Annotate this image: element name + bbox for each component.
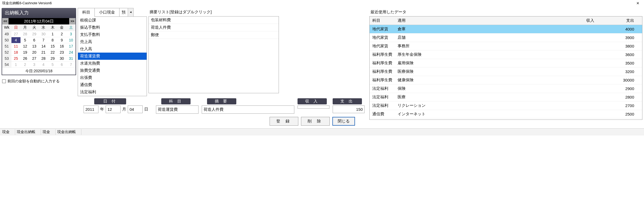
table-row[interactable]: 福利厚生費医療保険3200: [370, 67, 642, 76]
table-row[interactable]: 法定福利医療2800: [370, 93, 642, 101]
summary-input[interactable]: 荷造人件費: [202, 105, 294, 114]
tab-subject[interactable]: 科目: [78, 8, 95, 17]
subject-item[interactable]: 水道光熱費: [78, 60, 147, 67]
cal-day[interactable]: 29: [48, 56, 57, 62]
checkbox-icon[interactable]: [2, 79, 6, 83]
subject-item[interactable]: 支払手数料: [78, 31, 147, 38]
day-input[interactable]: 04: [128, 105, 143, 113]
cal-day[interactable]: 4: [11, 37, 21, 43]
recent-h-apply[interactable]: 適用: [395, 16, 584, 25]
cal-day[interactable]: 21: [39, 49, 48, 56]
income-input[interactable]: [298, 105, 329, 109]
recent-h-expense[interactable]: 支出: [610, 16, 637, 25]
table-row[interactable]: 法定福利保険2900: [370, 84, 642, 93]
cal-day[interactable]: 14: [39, 43, 48, 49]
panel-title: 出納帳入力: [2, 8, 76, 18]
register-button[interactable]: 登 録: [270, 117, 298, 126]
recent-h-income[interactable]: 収入: [584, 16, 610, 25]
cal-day[interactable]: 6: [57, 62, 67, 68]
delete-button[interactable]: 削 除: [301, 117, 330, 126]
cal-dow: 日: [11, 24, 21, 31]
tab-deposit[interactable]: 預: [119, 8, 128, 17]
subject-item[interactable]: 振込手数料: [78, 24, 147, 31]
cal-day[interactable]: 30: [57, 56, 67, 62]
table-row[interactable]: 地代家賃店舗3900: [370, 33, 642, 42]
table-row[interactable]: 福利厚生費雇用保険3500: [370, 59, 642, 67]
table-row[interactable]: 地代家賃倉庫4000: [370, 25, 642, 33]
cal-day[interactable]: 27: [11, 31, 21, 37]
cal-day[interactable]: 18: [11, 49, 21, 56]
cal-day[interactable]: 2: [57, 31, 67, 37]
cal-day[interactable]: 3: [30, 62, 39, 68]
cal-day[interactable]: 11: [11, 43, 21, 49]
expense-input[interactable]: 150: [333, 105, 365, 113]
cal-day[interactable]: 15: [48, 43, 57, 49]
cal-day[interactable]: 10: [67, 37, 76, 43]
cal-day[interactable]: 26: [20, 56, 30, 62]
table-row[interactable]: 地代家賃事務所3800: [370, 42, 642, 50]
cal-day[interactable]: 2: [20, 62, 30, 68]
cal-next-icon[interactable]: >>: [69, 18, 76, 24]
cal-today[interactable]: 今日:2020/01/18: [2, 68, 76, 75]
month-input[interactable]: 12: [106, 105, 121, 113]
summary-item[interactable]: 荷造人件費: [149, 24, 279, 31]
subject-item[interactable]: 仕入高: [78, 45, 147, 53]
cal-day[interactable]: 25: [11, 56, 21, 62]
table-row[interactable]: 法定福利リクレーション2700: [370, 101, 642, 110]
auto-amount-checkbox[interactable]: 前回の金額を自動的に入力する: [2, 78, 76, 85]
cal-day[interactable]: 19: [20, 49, 30, 56]
cal-day[interactable]: 5: [20, 37, 30, 43]
cal-day[interactable]: 20: [30, 49, 39, 56]
subject-input[interactable]: 荷造運賃費: [156, 105, 199, 114]
table-cell: [584, 93, 610, 101]
cal-day[interactable]: 7: [67, 62, 76, 68]
subject-item[interactable]: 旅費交通費: [78, 67, 147, 74]
subject-item[interactable]: 法定福利: [78, 88, 147, 96]
cal-day[interactable]: 23: [57, 49, 67, 56]
recent-h-subject[interactable]: 科目: [370, 16, 395, 25]
cal-day[interactable]: 28: [39, 56, 48, 62]
subject-item[interactable]: 出張費: [78, 74, 147, 81]
cal-day[interactable]: 8: [48, 37, 57, 43]
cal-day[interactable]: 13: [30, 43, 39, 49]
cal-day[interactable]: 3: [67, 31, 76, 37]
cal-prev-icon[interactable]: <<: [2, 18, 9, 24]
cal-day[interactable]: 24: [67, 49, 76, 56]
subject-item[interactable]: 売上高: [78, 38, 147, 45]
cal-day[interactable]: 30: [39, 31, 48, 37]
cal-day[interactable]: 5: [48, 62, 57, 68]
cal-day[interactable]: 27: [30, 56, 39, 62]
table-row[interactable]: 福利厚生費健康保険30000: [370, 76, 642, 84]
cal-day[interactable]: 1: [11, 62, 21, 68]
summary-item[interactable]: 包装材料費: [149, 16, 279, 24]
subject-item[interactable]: 租税公課: [78, 17, 147, 24]
tab-petty-cash[interactable]: 小口現金: [94, 8, 119, 17]
cal-day[interactable]: 29: [30, 31, 39, 37]
close-button[interactable]: 閉じる: [332, 117, 355, 126]
cal-day[interactable]: 6: [30, 37, 39, 43]
summary-item[interactable]: 郵便: [149, 31, 279, 39]
close-icon[interactable]: ×: [634, 1, 642, 6]
cal-day[interactable]: 28: [20, 31, 30, 37]
subject-list[interactable]: 租税公課振込手数料支払手数料売上高仕入高荷造運賃費水道光熱費旅費交通費出張費通信…: [78, 16, 147, 96]
cal-day[interactable]: 31: [67, 56, 76, 62]
table-row[interactable]: 通信費インターネット2500: [370, 110, 642, 118]
cal-day[interactable]: 9: [57, 37, 67, 43]
subject-item[interactable]: 荷造運賃費: [78, 53, 147, 60]
recent-table[interactable]: 科目 適用 収入 支出 地代家賃倉庫4000地代家賃店舗3900地代家賃事務所3…: [370, 16, 642, 120]
cal-day[interactable]: 12: [20, 43, 30, 49]
subject-item[interactable]: 通信費: [78, 81, 147, 88]
cal-day[interactable]: 16: [57, 43, 67, 49]
cal-day[interactable]: 17: [67, 43, 76, 49]
cal-day[interactable]: 22: [48, 49, 57, 56]
cal-day[interactable]: 4: [39, 62, 48, 68]
table-row[interactable]: 通信費パソコン通信費2400: [370, 118, 642, 120]
tab-scroll-left-icon[interactable]: ◂: [128, 8, 134, 17]
summary-list[interactable]: 包装材料費荷造人件費郵便: [148, 16, 279, 93]
month-unit: 月: [122, 107, 127, 112]
year-input[interactable]: 2011: [84, 105, 98, 113]
cal-day[interactable]: 1: [48, 31, 57, 37]
cal-day[interactable]: 7: [39, 37, 48, 43]
table-row[interactable]: 福利厚生費厚生年金保険3600: [370, 50, 642, 59]
table-cell: [584, 50, 610, 59]
